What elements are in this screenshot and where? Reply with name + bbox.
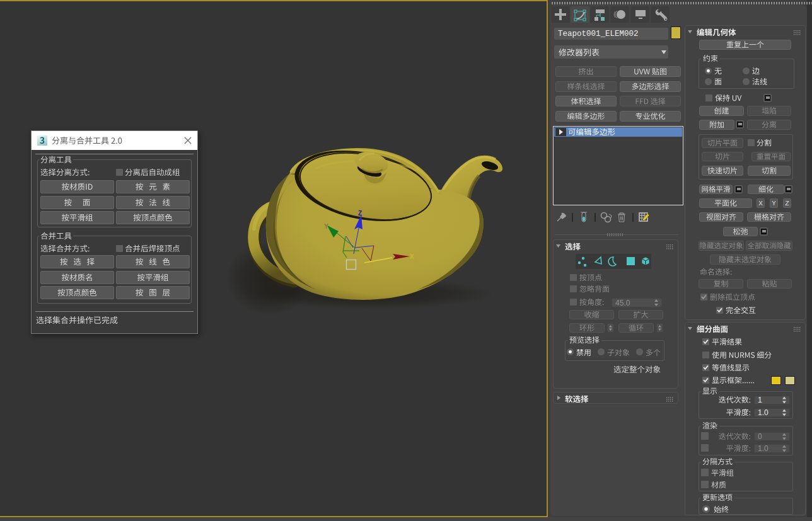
svg-text:Z: Z — [358, 210, 362, 217]
svg-text:Y: Y — [324, 223, 328, 230]
svg-text:X: X — [410, 253, 414, 260]
